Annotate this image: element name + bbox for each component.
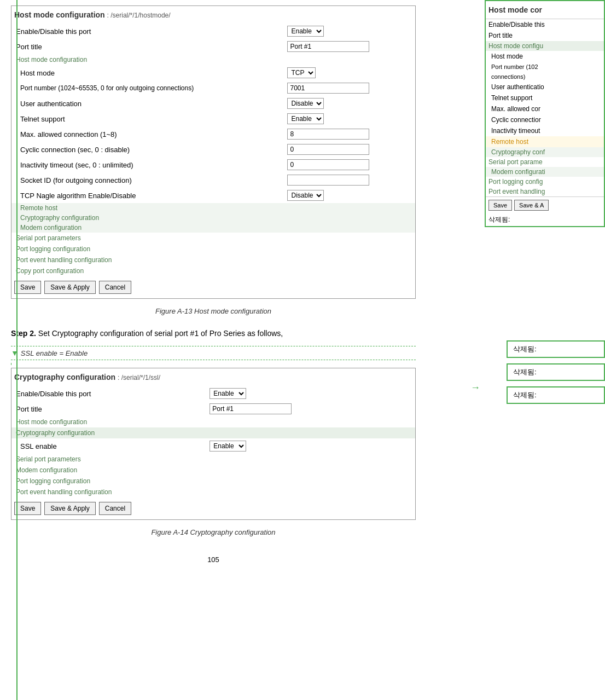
host-mode-select[interactable]: TCP UDP (287, 67, 316, 78)
rp-row: Inactivity timeout (486, 125, 604, 136)
table-row: Host mode TCP UDP (11, 65, 415, 80)
tcp-nagle-select[interactable]: Disable Enable (287, 190, 324, 201)
max-conn-input[interactable] (287, 129, 369, 140)
ssl-select[interactable]: Enable Disable (210, 441, 246, 452)
figure2-buttons: Save Save & Apply Cancel (11, 497, 415, 519)
user-auth-select[interactable]: Disable Enable (287, 98, 324, 109)
rp-inactivity: Inactivity timeout (486, 125, 604, 136)
rp-telnet: Telnet support (486, 92, 604, 103)
rp-port-number: Port number (102 (486, 62, 604, 72)
arrow-down-icon: ▼ (11, 349, 19, 357)
rp-row: Enable/Disable this (486, 19, 604, 30)
rp-cyclic: Cyclic connectior (486, 114, 604, 125)
tcp-nagle-label: TCP Nagle algorithm Enable/Disable (11, 188, 283, 203)
ssl-dashed-border: ▼ SSL enable = Enable (11, 346, 416, 360)
ssl-dashed-section: ▼ SSL enable = Enable (11, 346, 416, 360)
modem-config-link2[interactable]: Modem configuration (11, 465, 415, 476)
port-number-value (283, 80, 415, 96)
enable-value: Enable Disable (283, 24, 415, 39)
telnet-select[interactable]: Enable Disable (287, 113, 324, 124)
rp-host-mode-config: Host mode configu (486, 41, 604, 51)
table-row: Telnet support Enable Disable (11, 111, 415, 126)
remote-host-header: Remote host (11, 203, 415, 213)
rp-row: Host mode (486, 51, 604, 62)
rp-row: User authenticatio (486, 82, 604, 92)
port-logging-link2[interactable]: Port logging configuration (11, 476, 415, 487)
inactivity-input[interactable] (287, 159, 369, 170)
port-title-input2[interactable] (210, 403, 292, 414)
figure2-caption: Figure A-14 Cryptography configuration (11, 528, 416, 536)
inactivity-value (283, 157, 415, 172)
port-number-input[interactable] (287, 83, 369, 94)
right-panel: Host mode cor Enable/Disable this Port t… (485, 0, 605, 227)
deleted-box-2: 삭제됨: (507, 363, 605, 381)
main-content: Host mode configuration : /serial/*/1/ho… (0, 0, 427, 700)
port-event-row2: Port event handling configuration (11, 487, 415, 497)
cancel-button-2[interactable]: Cancel (99, 502, 131, 515)
right-panel-table: Enable/Disable this Port title Host mode… (486, 19, 604, 196)
modem-config-row2: Modem configuration (11, 465, 415, 476)
enable-label: Enable/Disable this port (11, 24, 283, 39)
enable-select2[interactable]: Enable Disable (210, 388, 246, 399)
figure1-path: : /serial/*/1/hostmode/ (107, 11, 171, 19)
ssl-value: Enable Disable (205, 438, 415, 454)
host-mode-section-label: Host mode configuration (11, 54, 415, 65)
figure2-config-box: Cryptography configuration : /serial/*/1… (11, 368, 416, 520)
port-logging-link[interactable]: Port logging configuration (11, 244, 415, 254)
table-row: TCP Nagle algorithm Enable/Disable Disab… (11, 188, 415, 203)
telnet-label: Telnet support (11, 111, 283, 126)
save-button-1[interactable]: Save (14, 281, 41, 294)
port-title-input[interactable] (287, 41, 369, 52)
host-mode-value: TCP UDP (283, 65, 415, 80)
host-mode-section-header: Host mode configuration (11, 54, 415, 65)
serial-params-link[interactable]: Serial port parameters (11, 233, 415, 244)
step2-label: Set Cryptography configuration of serial… (38, 329, 283, 338)
telnet-value: Enable Disable (283, 111, 415, 126)
copy-port-link[interactable]: Copy port configuration (11, 265, 415, 276)
copy-port-row: Copy port configuration (11, 265, 415, 276)
deleted-box-3-text: 삭제됨: (513, 391, 537, 399)
rp-port-event-row: Port event handling (486, 187, 604, 196)
host-mode-label: Host mode (11, 65, 283, 80)
user-auth-value: Disable Enable (283, 96, 415, 111)
rp-user-auth: User authenticatio (486, 82, 604, 92)
table-row: Cyclic connection (sec, 0 : disable) (11, 142, 415, 157)
cyclic-input[interactable] (287, 144, 369, 155)
cancel-button-1[interactable]: Cancel (99, 281, 131, 294)
cyclic-label: Cyclic connection (sec, 0 : disable) (11, 142, 283, 157)
rp-section-header: Host mode configu (486, 41, 604, 51)
rp-crypto-config-row: Cryptography conf (486, 147, 604, 157)
rp-connections: connections) (486, 72, 604, 82)
save-apply-button-1[interactable]: Save & Apply (44, 281, 95, 294)
rp-max-conn: Max. allowed cor (486, 103, 604, 114)
tcp-nagle-value: Disable Enable (283, 188, 415, 203)
serial-params-row2: Serial port parameters (11, 454, 415, 465)
rp-save-button[interactable]: Save (488, 200, 512, 211)
port-event-link2[interactable]: Port event handling configuration (11, 487, 415, 497)
table-row: SSL enable Enable Disable (11, 438, 415, 454)
save-apply-button-2[interactable]: Save & Apply (44, 502, 95, 515)
rp-host-mode: Host mode (486, 51, 604, 62)
figure1-buttons: Save Save & Apply Cancel (11, 276, 415, 298)
port-title-value (283, 39, 415, 54)
enable-select[interactable]: Enable Disable (287, 26, 324, 37)
rp-port-title-label: Port title (486, 30, 604, 41)
arrow-right-icon: → (470, 382, 480, 394)
socket-value (283, 172, 415, 188)
table-row: Port number (1024~65535, 0 for only outg… (11, 80, 415, 96)
figure1-title: Host mode configuration : /serial/*/1/ho… (11, 6, 415, 24)
step2-text: Step 2. Set Cryptography configuration o… (11, 326, 416, 340)
rp-deleted-text: 삭제됨: (488, 216, 510, 223)
deleted-boxes-container: 삭제됨: 삭제됨: 삭제됨: (507, 339, 605, 405)
port-event-link[interactable]: Port event handling configuration (11, 254, 415, 265)
rp-row: Max. allowed cor (486, 103, 604, 114)
enable-label2: Enable/Disable this port (11, 386, 205, 401)
table-row: Port title (11, 401, 415, 416)
rp-save-apply-button[interactable]: Save & A (514, 200, 549, 211)
save-button-2[interactable]: Save (14, 502, 41, 515)
socket-input[interactable] (287, 175, 369, 186)
serial-params-link2[interactable]: Serial port parameters (11, 454, 415, 465)
user-auth-label: User authentication (11, 96, 283, 111)
table-row: User authentication Disable Enable (11, 96, 415, 111)
rp-modem-config: Modem configurati (486, 167, 604, 177)
